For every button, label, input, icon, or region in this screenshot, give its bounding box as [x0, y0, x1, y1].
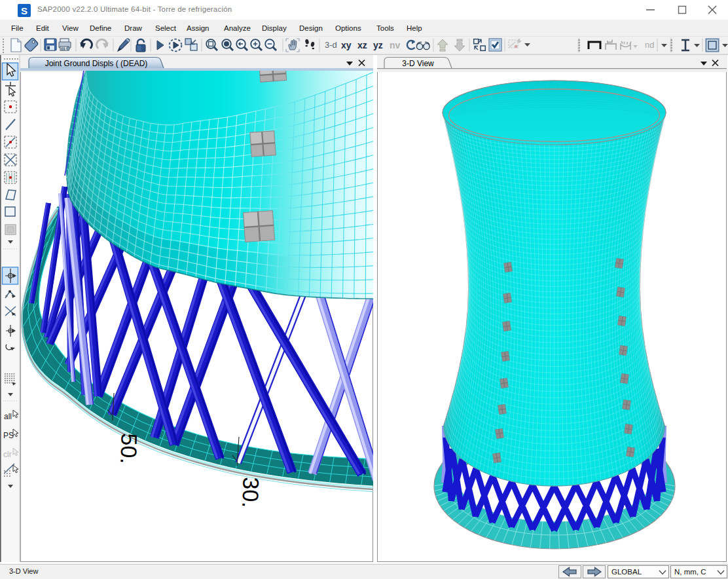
svg-text:Joint Ground Displs ( (DEAD): Joint Ground Displs ( (DEAD): [45, 59, 148, 68]
svg-text:GLOBAL: GLOBAL: [611, 568, 642, 576]
svg-text:3-D View: 3-D View: [402, 59, 434, 68]
svg-text:50.: 50.: [116, 433, 142, 465]
svg-text:3-d: 3-d: [325, 40, 337, 50]
svg-text:nd: nd: [645, 40, 654, 50]
svg-text:clr: clr: [3, 450, 12, 459]
svg-text:S: S: [21, 5, 27, 16]
svg-text:nv: nv: [390, 40, 401, 50]
svg-text:xy: xy: [341, 40, 352, 50]
svg-text:PS: PS: [3, 431, 14, 440]
svg-text:all: all: [4, 412, 12, 421]
svg-text:N, mm, C: N, mm, C: [674, 568, 706, 576]
svg-text:xz: xz: [357, 40, 367, 50]
svg-text:30.: 30.: [238, 477, 264, 509]
svg-text:yz: yz: [373, 40, 383, 50]
